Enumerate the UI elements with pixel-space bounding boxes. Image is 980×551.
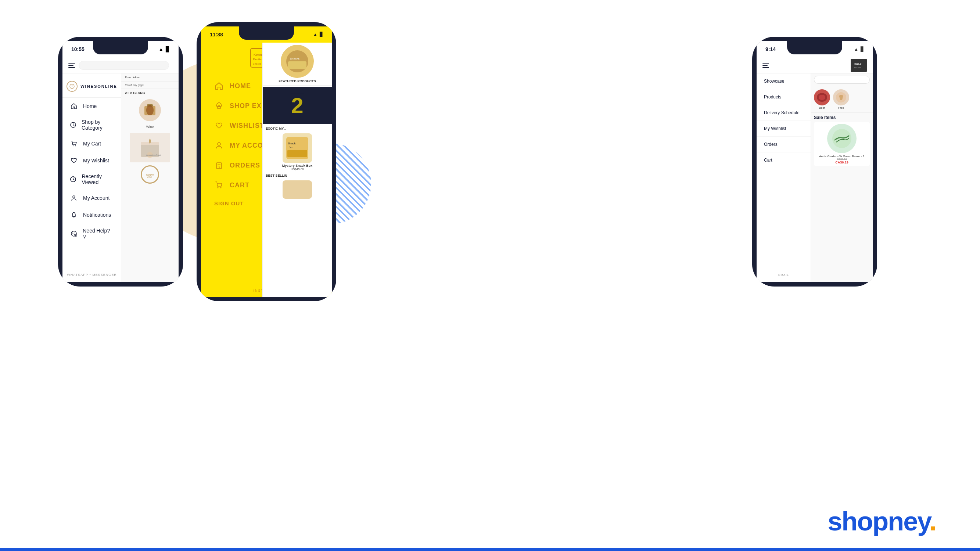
kenny-orders-label: ORDERS: [230, 162, 260, 169]
hello-nav-delivery[interactable]: Delivery Schedule: [757, 105, 811, 121]
beef-category-image: [814, 89, 830, 105]
promo-free-delivery: Free delive: [121, 73, 178, 81]
svg-point-2: [73, 146, 73, 146]
kenny-user-icon: [214, 141, 224, 150]
nav-item-notifications[interactable]: Notifications: [62, 206, 121, 223]
kenny-home-icon: [214, 81, 224, 91]
sale-items-header: Sale Items: [814, 115, 870, 120]
hello-footer: EMAIL: [757, 273, 811, 276]
fresh-label: Fres: [833, 106, 849, 110]
phone-2-screen: 11:38 ▲ ▊ Kenny's Exotic Snacks: [201, 27, 332, 297]
category-circles: Beef Fres: [811, 86, 873, 113]
wine-brand-name: WINESONLINE: [81, 84, 117, 89]
wifi-icon-3: ▲: [854, 47, 858, 52]
phone-1-time: 10:55: [71, 46, 84, 52]
svg-text:Box: Box: [289, 146, 293, 148]
wine-product-card: Wine: [121, 97, 178, 132]
phone-2-right-panel: Snacks FEATURED PRODUCTS 2 EXOTIC MY... …: [262, 27, 332, 297]
cart-icon: [70, 140, 78, 148]
nav-item-recently[interactable]: Recently Viewed: [62, 169, 121, 189]
hello-search-area: [811, 73, 873, 86]
svg-point-27: [221, 187, 221, 189]
best-selling-product: [263, 179, 332, 200]
nav-item-wishlist[interactable]: My Wishlist: [62, 152, 121, 169]
hello-nav-cart[interactable]: Cart: [757, 152, 811, 168]
shopney-logo: shopney.: [827, 506, 936, 536]
best-selling-image: [283, 180, 312, 199]
home-icon: [70, 102, 78, 110]
phone-1-topbar: [62, 57, 178, 73]
phone-1-nav: WINESONLINE Home Shop by Category My: [62, 73, 121, 282]
svg-text:Snack: Snack: [288, 142, 296, 145]
hamburger-menu[interactable]: [68, 63, 75, 68]
svg-text:FRESH: FRESH: [854, 67, 861, 69]
nav-help-label: Need Help? ∨: [83, 228, 114, 240]
phone-1-device: 10:55 ▲ ▊ WINESONLINE: [58, 37, 183, 286]
phone-1-screen: 10:55 ▲ ▊ WINESONLINE: [62, 41, 178, 282]
hello-search-bar[interactable]: [814, 76, 870, 84]
phone-2-notch: [239, 27, 294, 40]
gift-product-image: Angering Angel: [130, 133, 170, 162]
svg-rect-34: [287, 150, 307, 157]
nav-category-label: Shop by Category: [81, 119, 114, 131]
bottom-bar: [0, 548, 980, 551]
hello-nav-showcase[interactable]: Showcase: [757, 73, 811, 89]
heart-icon: [70, 157, 78, 165]
wine-product-label: Wine: [146, 125, 154, 129]
category-fresh[interactable]: Fres: [833, 89, 849, 110]
hello-nav-orders[interactable]: Orders: [757, 137, 811, 152]
wine-logo-circle: [67, 81, 78, 92]
hello-nav-wishlist[interactable]: My Wishlist: [757, 121, 811, 137]
nav-recently-label: Recently Viewed: [82, 173, 114, 185]
phone-3-right-panel: Beef Fres Sale Items Arctic Gardens W G: [811, 73, 873, 282]
snack-product-image: SnackBox: [283, 133, 312, 163]
nav-item-cart[interactable]: My Cart: [62, 135, 121, 152]
arctic-product-card: Arctic Gardens W Green Beans - 1 CA$7.19…: [814, 122, 870, 166]
bell-icon: [70, 211, 78, 219]
svg-point-12: [146, 105, 154, 115]
phone-1-notch: [93, 41, 148, 54]
nav-home-label: Home: [83, 103, 97, 109]
nav-item-home[interactable]: Home: [62, 98, 121, 114]
gift-product-card: Angering Angel: [121, 132, 178, 164]
kenny-orders-icon: [214, 160, 224, 170]
phone-3-device: 9:14 ▲ ▊ HELLOFRESH Showcase Products: [752, 37, 877, 286]
dark-promo-section: 2: [263, 87, 332, 124]
sale-items-section: Sale Items: [811, 113, 873, 122]
search-bar[interactable]: [79, 61, 169, 70]
svg-point-8: [72, 232, 74, 234]
kenny-heart-icon: [214, 121, 224, 130]
brand-stamp: KENNYWOW: [121, 164, 178, 185]
battery-icon-2: ▊: [320, 32, 323, 37]
wine-footer: WHATSAPP • MESSENGER: [62, 273, 121, 276]
phone-3-topbar: HELLOFRESH: [757, 57, 873, 73]
phone-1-status-icons: ▲ ▊: [158, 46, 170, 52]
nav-item-help[interactable]: Need Help? ∨: [62, 223, 121, 244]
battery-icon: ▊: [166, 46, 170, 52]
svg-text:WOW: WOW: [147, 176, 152, 178]
phone-2-time: 11:38: [210, 32, 223, 38]
nav-account-label: My Account: [83, 195, 110, 201]
snack-product-card: SnackBox Mystery Snack Box US$45.00: [263, 132, 332, 172]
featured-product-image: Snacks: [281, 45, 314, 78]
user-icon: [70, 194, 78, 202]
fresh-category-image: [833, 89, 849, 105]
nav-wishlist-label: My Wishlist: [83, 157, 109, 164]
arctic-product-name: Arctic Gardens W Green Beans - 1: [817, 155, 867, 158]
nav-item-category[interactable]: Shop by Category: [62, 114, 121, 135]
nav-item-account[interactable]: My Account: [62, 189, 121, 206]
category-beef[interactable]: Beef: [814, 89, 830, 110]
phone-2-status-icons: ▲ ▊: [313, 32, 323, 37]
phone-3-time: 9:14: [765, 46, 776, 52]
phone-3-left-nav: Showcase Products Delivery Schedule My W…: [757, 73, 811, 282]
svg-text:HELLO: HELLO: [854, 63, 862, 65]
clock-icon: [70, 175, 77, 183]
hamburger-3[interactable]: [762, 63, 769, 68]
kenny-wishlist-label: WISHLIST: [230, 122, 264, 130]
wine-product-image: [139, 99, 161, 121]
wine-logo-area: WINESONLINE: [62, 73, 121, 98]
hello-nav-products[interactable]: Products: [757, 89, 811, 105]
at-a-glance-header: AT A GLANC: [121, 89, 178, 97]
svg-text:Snacks: Snacks: [290, 57, 299, 60]
phone-3-status-icons: ▲ ▊: [854, 47, 864, 52]
